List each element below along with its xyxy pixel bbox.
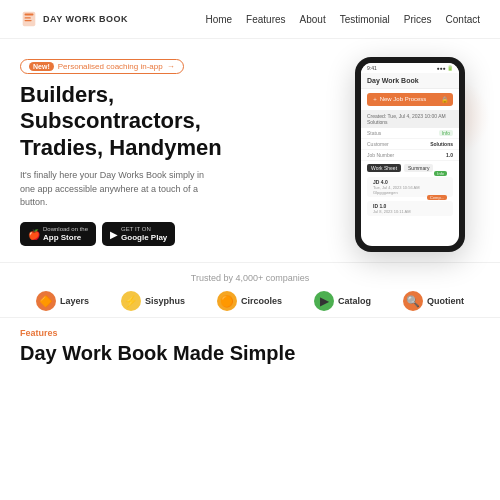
- phone-entry-1: Info JD 4.0 Tue, Jul 4, 2023 10:56 AM Gl…: [367, 177, 453, 197]
- phone-screen: 9:41 ●●● 🔋 Day Work Book ＋ New Job Proce…: [361, 63, 459, 246]
- nav-about[interactable]: About: [300, 14, 326, 25]
- phone-entry-2: Comp... ID 1.0 Jul 8, 2023 10:11 AM: [367, 201, 453, 216]
- phone-status-label: Status: [367, 130, 381, 136]
- nav-testimonial[interactable]: Testimonial: [340, 14, 390, 25]
- phone-customer-row: Customer Solutions: [361, 139, 459, 150]
- phone-job-info: Created: Tue, Jul 4, 2023 10:00 AM Solut…: [361, 110, 459, 128]
- partner-catalog-name: Catalog: [338, 296, 371, 306]
- nav-home[interactable]: Home: [205, 14, 232, 25]
- hero-title: Builders, Subscontractors, Tradies, Hand…: [20, 82, 330, 161]
- trusted-label: Trusted by 4,000+ companies: [20, 273, 480, 283]
- phone-jobnumber-label: Job Number: [367, 152, 394, 158]
- nav-prices[interactable]: Prices: [404, 14, 432, 25]
- phone-jobnumber-row: Job Number 1.0: [361, 150, 459, 161]
- phone-entry2-tag: Comp...: [427, 195, 447, 200]
- svg-rect-1: [25, 14, 34, 16]
- svg-rect-2: [25, 17, 31, 18]
- nav-features[interactable]: Features: [246, 14, 285, 25]
- logo: DAY WORK BOOK: [20, 10, 128, 28]
- partner-quotient: 🔍 Quotient: [403, 291, 464, 311]
- hero-section: New! Personalised coaching in-app → Buil…: [0, 39, 500, 262]
- logo-text: DAY WORK BOOK: [43, 14, 128, 24]
- navbar: DAY WORK BOOK Home Features About Testim…: [0, 0, 500, 39]
- phone-customer-value: Solutions: [430, 141, 453, 147]
- partner-circooles: 🟠 Circooles: [217, 291, 282, 311]
- partner-sisyphus-name: Sisyphus: [145, 296, 185, 306]
- phone-outer: 9:41 ●●● 🔋 Day Work Book ＋ New Job Proce…: [355, 57, 465, 252]
- sisyphus-icon: ⚡: [121, 291, 141, 311]
- phone-signal: ●●● 🔋: [437, 65, 453, 71]
- nav-contact[interactable]: Contact: [446, 14, 480, 25]
- layers-icon: 🔶: [36, 291, 56, 311]
- trusted-section: Trusted by 4,000+ companies 🔶 Layers ⚡ S…: [0, 262, 500, 317]
- svg-rect-3: [25, 20, 32, 21]
- phone-job-company: Solutions: [367, 119, 453, 125]
- circooles-icon: 🟠: [217, 291, 237, 311]
- phone-add-button[interactable]: ＋ New Job Process 🔒: [367, 93, 453, 106]
- phone-status-row: Status Info: [361, 128, 459, 139]
- phone-customer-label: Customer: [367, 141, 389, 147]
- phone-jobnumber-value: 1.0: [446, 152, 453, 158]
- partner-layers-name: Layers: [60, 296, 89, 306]
- phone-status-bar: 9:41 ●●● 🔋: [361, 63, 459, 73]
- features-section: Features Day Work Book Made Simple: [0, 317, 500, 365]
- badge-arrow-icon: →: [167, 62, 175, 71]
- phone-worksheet-btn[interactable]: Work Sheet: [367, 164, 401, 172]
- hero-badge: New! Personalised coaching in-app →: [20, 59, 184, 74]
- phone-add-label: ＋ New Job Process: [372, 95, 426, 104]
- googleplay-button[interactable]: ▶ GET IT ON Google Play: [102, 222, 175, 247]
- badge-new-label: New!: [29, 62, 54, 71]
- phone-entry2-date: Jul 8, 2023 10:11 AM: [373, 209, 447, 214]
- phone-summary-btn[interactable]: Summary: [404, 164, 433, 172]
- googleplay-main-label: Google Play: [121, 233, 167, 243]
- quotient-icon: 🔍: [403, 291, 423, 311]
- features-title: Day Work Book Made Simple: [20, 342, 480, 365]
- phone-app-header: Day Work Book: [361, 73, 459, 89]
- phone-time: 9:41: [367, 65, 377, 71]
- appstore-button[interactable]: 🍎 Download on the App Store: [20, 222, 96, 247]
- partner-catalog: ▶ Catalog: [314, 291, 371, 311]
- store-buttons: 🍎 Download on the App Store ▶ GET IT ON …: [20, 222, 330, 247]
- partner-quotient-name: Quotient: [427, 296, 464, 306]
- phone-status-tag: Info: [439, 130, 453, 136]
- google-icon: ▶: [110, 229, 118, 240]
- phone-entry1-tag: Info: [434, 171, 447, 176]
- catalog-icon: ▶: [314, 291, 334, 311]
- nav-links: Home Features About Testimonial Prices C…: [205, 14, 480, 25]
- partner-layers: 🔶 Layers: [36, 291, 89, 311]
- appstore-sublabel: Download on the: [43, 226, 88, 233]
- features-tag: Features: [20, 328, 480, 338]
- apple-icon: 🍎: [28, 229, 40, 240]
- partners-list: 🔶 Layers ⚡ Sisyphus 🟠 Circooles ▶ Catalo…: [20, 291, 480, 311]
- logo-icon: [20, 10, 38, 28]
- hero-description: It's finally here your Day Works Book si…: [20, 169, 220, 210]
- badge-text: Personalised coaching in-app: [58, 62, 163, 71]
- googleplay-text: GET IT ON Google Play: [121, 226, 167, 243]
- googleplay-sublabel: GET IT ON: [121, 226, 167, 233]
- partner-sisyphus: ⚡ Sisyphus: [121, 291, 185, 311]
- hero-content: New! Personalised coaching in-app → Buil…: [20, 57, 340, 246]
- appstore-main-label: App Store: [43, 233, 88, 243]
- appstore-text: Download on the App Store: [43, 226, 88, 243]
- phone-mockup-container: 9:41 ●●● 🔋 Day Work Book ＋ New Job Proce…: [340, 57, 480, 252]
- phone-add-icon: 🔒: [441, 96, 448, 103]
- partner-circooles-name: Circooles: [241, 296, 282, 306]
